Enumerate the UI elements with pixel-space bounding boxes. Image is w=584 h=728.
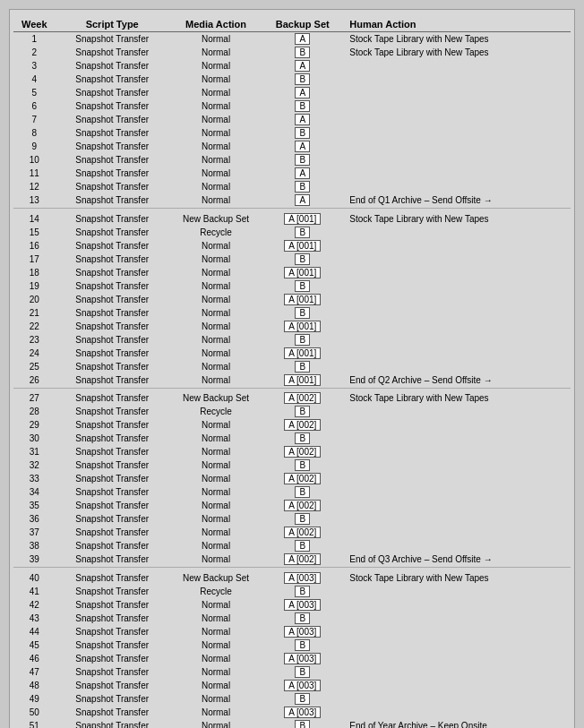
cell-week: 8	[13, 126, 56, 140]
table-row: 12Snapshot TransferNormalB	[13, 180, 571, 193]
cell-script-type: Snapshot Transfer	[56, 59, 169, 73]
cell-media-action: Normal	[169, 539, 262, 552]
cell-script-type: Snapshot Transfer	[56, 585, 169, 598]
cell-week: 48	[13, 679, 56, 692]
cell-human-action	[342, 253, 571, 266]
table-row: 45Snapshot TransferNormalB	[13, 638, 571, 652]
cell-script-type: Snapshot Transfer	[56, 306, 169, 320]
cell-backup-set: A [003]	[262, 598, 342, 612]
table-row: 43Snapshot TransferNormalB	[13, 612, 571, 625]
cell-media-action: Normal	[169, 347, 262, 360]
cell-media-action: Normal	[169, 99, 262, 113]
table-row: 35Snapshot TransferNormalA [002]	[13, 499, 571, 512]
cell-backup-set: B	[262, 73, 342, 86]
cell-human-action: End of Q2 Archive – Send Offsite →	[342, 373, 571, 389]
cell-media-action: Normal	[169, 279, 262, 293]
cell-week: 18	[13, 266, 56, 279]
cell-backup-set: A [002]	[262, 472, 342, 485]
cell-week: 16	[13, 239, 56, 253]
cell-human-action	[342, 499, 571, 512]
cell-script-type: Snapshot Transfer	[56, 373, 169, 389]
cell-week: 23	[13, 333, 56, 347]
cell-script-type: Snapshot Transfer	[56, 153, 169, 167]
cell-human-action	[342, 347, 571, 360]
table-row: 19Snapshot TransferNormalB	[13, 279, 571, 293]
cell-week: 38	[13, 539, 56, 552]
cell-script-type: Snapshot Transfer	[56, 253, 169, 266]
cell-script-type: Snapshot Transfer	[56, 445, 169, 458]
cell-human-action	[342, 126, 571, 140]
cell-media-action: Normal	[169, 692, 262, 706]
cell-script-type: Snapshot Transfer	[56, 140, 169, 153]
cell-week: 24	[13, 347, 56, 360]
cell-script-type: Snapshot Transfer	[56, 625, 169, 638]
cell-backup-set: A [003]	[262, 571, 342, 585]
table-row: 11Snapshot TransferNormalA	[13, 167, 571, 180]
cell-script-type: Snapshot Transfer	[56, 293, 169, 306]
cell-human-action	[342, 485, 571, 499]
cell-media-action: Normal	[169, 445, 262, 458]
cell-backup-set: A	[262, 113, 342, 126]
cell-backup-set: B	[262, 665, 342, 679]
cell-media-action: Normal	[169, 46, 262, 59]
cell-human-action	[342, 652, 571, 665]
cell-script-type: Snapshot Transfer	[56, 598, 169, 612]
cell-backup-set: B	[262, 719, 342, 729]
table-row: 40Snapshot TransferNew Backup SetA [003]…	[13, 571, 571, 585]
cell-backup-set: A	[262, 59, 342, 73]
cell-week: 14	[13, 212, 56, 226]
table-row: 38Snapshot TransferNormalB	[13, 539, 571, 552]
table-row: 7Snapshot TransferNormalA	[13, 113, 571, 126]
cell-human-action	[342, 418, 571, 432]
cell-script-type: Snapshot Transfer	[56, 226, 169, 239]
cell-week: 25	[13, 360, 56, 373]
cell-script-type: Snapshot Transfer	[56, 86, 169, 99]
table-row: 37Snapshot TransferNormalA [002]	[13, 526, 571, 539]
table-row: 42Snapshot TransferNormalA [003]	[13, 598, 571, 612]
cell-backup-set: B	[262, 253, 342, 266]
cell-media-action: Normal	[169, 180, 262, 193]
cell-script-type: Snapshot Transfer	[56, 499, 169, 512]
cell-media-action: Normal	[169, 679, 262, 692]
cell-week: 17	[13, 253, 56, 266]
table-row: 4Snapshot TransferNormalB	[13, 73, 571, 86]
table-row: 20Snapshot TransferNormalA [001]	[13, 293, 571, 306]
cell-week: 12	[13, 180, 56, 193]
cell-week: 26	[13, 373, 56, 389]
cell-human-action	[342, 706, 571, 719]
cell-media-action: Normal	[169, 153, 262, 167]
cell-backup-set: A	[262, 86, 342, 99]
cell-week: 37	[13, 526, 56, 539]
cell-backup-set: A [001]	[262, 212, 342, 226]
cell-script-type: Snapshot Transfer	[56, 193, 169, 209]
cell-human-action	[342, 405, 571, 418]
table-row: 36Snapshot TransferNormalB	[13, 512, 571, 526]
table-row: 22Snapshot TransferNormalA [001]	[13, 320, 571, 333]
table-row: 14Snapshot TransferNew Backup SetA [001]…	[13, 212, 571, 226]
header-script-type: Script Type	[56, 17, 169, 32]
cell-human-action: Stock Tape Library with New Tapes	[342, 212, 571, 226]
cell-backup-set: B	[262, 99, 342, 113]
cell-script-type: Snapshot Transfer	[56, 719, 169, 729]
table-row: 51Snapshot TransferNormalBEnd of Year Ar…	[13, 719, 571, 729]
cell-media-action: Normal	[169, 140, 262, 153]
cell-media-action: Normal	[169, 306, 262, 320]
cell-media-action: Normal	[169, 320, 262, 333]
table-row: 34Snapshot TransferNormalB	[13, 485, 571, 499]
schedule-table: Week Script Type Media Action Backup Set…	[13, 17, 571, 728]
cell-human-action	[342, 226, 571, 239]
cell-script-type: Snapshot Transfer	[56, 99, 169, 113]
cell-media-action: Normal	[169, 458, 262, 472]
cell-week: 7	[13, 113, 56, 126]
cell-script-type: Snapshot Transfer	[56, 652, 169, 665]
cell-media-action: Normal	[169, 638, 262, 652]
cell-backup-set: A [003]	[262, 679, 342, 692]
cell-week: 5	[13, 86, 56, 99]
cell-backup-set: A [001]	[262, 239, 342, 253]
cell-media-action: Normal	[169, 86, 262, 99]
cell-script-type: Snapshot Transfer	[56, 320, 169, 333]
cell-media-action: Normal	[169, 333, 262, 347]
cell-media-action: Normal	[169, 32, 262, 47]
cell-backup-set: B	[262, 46, 342, 59]
table-row: 49Snapshot TransferNormalB	[13, 692, 571, 706]
